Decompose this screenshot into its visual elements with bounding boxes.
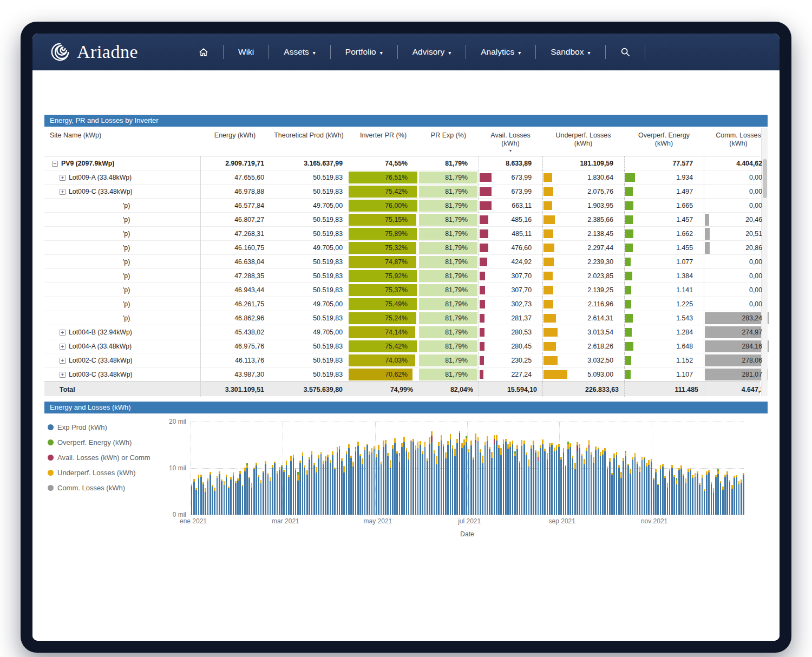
cell-value: 75,24% — [385, 314, 413, 322]
cell-over: 1.648 — [624, 339, 704, 353]
legend-item[interactable]: Overperf. Energy (kWh) — [48, 438, 159, 446]
expand-icon[interactable]: + — [60, 189, 66, 195]
bar-stack — [293, 455, 294, 515]
exp-prod-segment — [715, 477, 717, 515]
nav-item-portfolio[interactable]: Portfolio▾ — [331, 43, 397, 61]
bar-stack — [473, 457, 474, 515]
table-row[interactable]: 'p)46.160,7549.705,0075,32%81,79%476,602… — [44, 241, 760, 255]
table-row[interactable]: +Lot004-B (32.94kWp)45.438,0249.705,0074… — [44, 325, 760, 339]
avail-bar — [480, 286, 485, 294]
table-total-row[interactable]: Total3.301.109,513.575.639,8074,99%82,04… — [44, 382, 760, 396]
table-row[interactable]: 'p)47.268,3150.519,8375,89%81,79%485,112… — [44, 227, 760, 241]
collapse-icon[interactable]: − — [52, 161, 58, 167]
nav-item-home[interactable] — [184, 43, 223, 61]
cell-energy: 46.261,75 — [200, 297, 270, 311]
nav-item-sandbox[interactable]: Sandbox▾ — [536, 43, 605, 61]
bar-stack — [538, 451, 539, 515]
site-name-label: Lot004-B (32.94kWp) — [69, 328, 132, 336]
exp-prod-segment — [191, 486, 193, 515]
under-bar — [543, 201, 552, 210]
column-header-0[interactable]: Site Name (kWp) — [44, 128, 200, 156]
expand-icon[interactable]: + — [60, 175, 66, 181]
table-row[interactable]: 'p)46.943,4450.519,8375,37%81,79%307,702… — [44, 283, 760, 297]
column-header-7[interactable]: Overperf. Energy (kWh) — [624, 128, 704, 156]
under-bar — [543, 215, 555, 224]
expand-icon[interactable]: + — [60, 344, 66, 350]
cell-theoretical: 49.705,00 — [270, 325, 348, 339]
table-row[interactable]: +Lot009-A (33.48kWp)47.655,6050.519,8376… — [44, 170, 760, 185]
table-row[interactable]: 'p)47.288,3550.519,8375,92%81,79%307,702… — [44, 269, 760, 283]
chart-plot[interactable] — [191, 422, 744, 515]
expand-icon[interactable]: + — [60, 372, 66, 378]
exp-prod-segment — [339, 449, 340, 515]
table-row[interactable]: −PV9 (2097.9kWp)2.909.719,713.165.637,99… — [44, 156, 760, 170]
nav-item-analytics[interactable]: Analytics▾ — [466, 43, 535, 61]
nav-item-label: Analytics — [481, 47, 514, 57]
table-row[interactable]: 'p)46.862,9650.519,8375,24%81,79%281,372… — [44, 311, 760, 325]
cell-inverter-pr: 75,32% — [348, 241, 418, 255]
cell-under: 2.139,25 — [542, 283, 624, 297]
nav-item-wiki[interactable]: Wiki — [224, 43, 269, 61]
cell-value: 49.705,00 — [313, 300, 343, 308]
bar-stack — [588, 440, 590, 515]
column-header-1[interactable]: Energy (kWh) — [200, 128, 270, 156]
bar-stack — [286, 461, 287, 515]
expand-icon[interactable]: + — [60, 330, 66, 336]
site-name-label: 'p) — [123, 286, 130, 294]
column-header-6[interactable]: Underperf. Losses (kWh) — [542, 128, 624, 156]
exp-prod-segment — [600, 456, 601, 515]
bar-stack — [244, 468, 246, 515]
exp-prod-segment — [531, 449, 532, 515]
bar-stack — [272, 465, 273, 515]
column-header-label: Site Name (kWp) — [50, 132, 101, 140]
column-header-2[interactable]: Theoretical Prod (kWh) — [270, 128, 348, 156]
exp-prod-segment — [475, 443, 476, 515]
bar-stack — [352, 462, 354, 515]
avail-losses-segment — [443, 446, 444, 450]
exp-prod-segment — [355, 451, 357, 515]
column-header-3[interactable]: Inverter PR (%) — [348, 128, 418, 156]
table-row[interactable]: 'p)46.807,2750.519,8375,15%81,79%485,162… — [44, 213, 760, 227]
table-row[interactable]: +Lot009-C (33.48kWp)46.978,8850.519,8375… — [44, 185, 760, 199]
bar-stack — [687, 469, 689, 515]
table-row[interactable]: 'p)46.577,8449.705,0076,00%81,79%663,111… — [44, 199, 760, 213]
legend-item[interactable]: Underperf. Losses (kWh) — [48, 469, 159, 477]
legend-item[interactable]: Exp Prod (kWh) — [48, 423, 159, 431]
cell-energy: 46.113,76 — [200, 353, 270, 367]
brand[interactable]: Ariadne — [49, 41, 138, 63]
column-header-5[interactable]: Avail. Losses (kWh)▼ — [479, 128, 542, 156]
cell-theoretical: 50.519,83 — [270, 213, 348, 227]
bar-stack — [311, 451, 313, 515]
column-header-label: Underperf. Losses (kWh) — [547, 132, 620, 148]
legend-item[interactable]: Avail. Losses (kWh) or Comm — [48, 454, 159, 462]
nav-item-advisory[interactable]: Advisory▾ — [398, 43, 466, 61]
cell-value: 280,53 — [511, 328, 537, 336]
table-row[interactable]: +Lot003-C (33.48kWp)43.987,3050.519,8370… — [44, 367, 760, 382]
exp-prod-segment — [237, 481, 239, 515]
exp-prod-segment — [443, 450, 444, 515]
bar-stack — [724, 475, 726, 515]
table-row[interactable]: 'p)46.261,7549.705,0075,49%81,79%302,732… — [44, 297, 760, 311]
bar-stack — [265, 461, 266, 515]
nav-item-assets[interactable]: Assets▾ — [269, 43, 330, 61]
bar-stack — [743, 473, 744, 515]
cell-value: 81,79% — [445, 328, 473, 336]
column-header-4[interactable]: PR Exp (%) — [418, 128, 479, 156]
underperf-losses-segment — [390, 460, 391, 468]
exp-prod-segment — [304, 468, 306, 515]
table-row[interactable]: +Lot002-C (33.48kWp)46.113,7650.519,8374… — [44, 353, 760, 367]
table-row[interactable]: 'p)46.638,0450.519,8374,87%81,79%424,922… — [44, 255, 760, 269]
bar[interactable] — [742, 422, 744, 515]
exp-prod-segment — [584, 464, 585, 515]
legend-item[interactable]: Comm. Losses (kWh) — [48, 484, 159, 492]
exp-prod-segment — [332, 455, 333, 515]
table-row[interactable]: +Lot004-A (33.48kWp)46.975,7650.519,8375… — [44, 339, 760, 353]
cell-site-name: 'p) — [44, 213, 200, 227]
bar-stack — [283, 470, 285, 515]
exp-prod-segment — [286, 465, 287, 515]
nav-item-search[interactable] — [606, 43, 645, 61]
underperf-losses-segment — [512, 441, 514, 444]
cell-theoretical: 50.519,83 — [270, 311, 348, 325]
expand-icon[interactable]: + — [60, 358, 66, 364]
cell-value: 47.655,60 — [234, 174, 264, 181]
